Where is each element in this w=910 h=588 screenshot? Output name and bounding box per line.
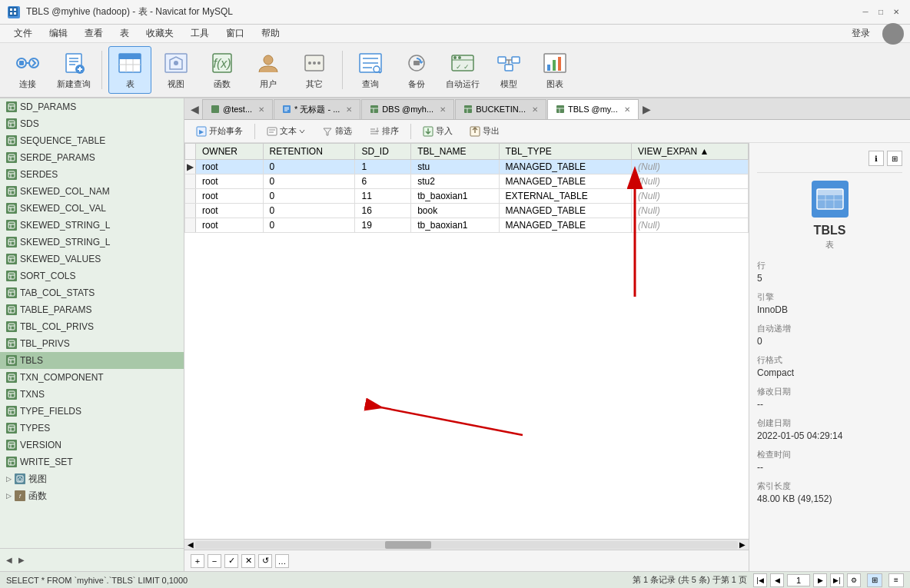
- more-button[interactable]: …: [275, 554, 289, 568]
- sidebar-item-txn-component[interactable]: TXN_COMPONENT: [0, 369, 184, 386]
- tab-nav-left[interactable]: ◀: [188, 103, 202, 115]
- login-button[interactable]: 登录: [844, 25, 878, 42]
- table-row[interactable]: root011tb_baoxian1EXTERNAL_TABLE(Null): [185, 189, 749, 204]
- sidebar-item-table-params[interactable]: TABLE_PARAMS: [0, 301, 184, 318]
- scroll-right-btn[interactable]: ▶: [738, 540, 747, 549]
- menu-edit[interactable]: 编辑: [42, 25, 75, 42]
- sidebar-item-version[interactable]: VERSION: [0, 437, 184, 453]
- tab-close[interactable]: ✕: [440, 105, 446, 114]
- sidebar-item-serdes[interactable]: SERDES: [0, 166, 184, 183]
- toolbar-other[interactable]: 其它: [293, 46, 336, 94]
- toolbar-function[interactable]: f(x) 函数: [201, 46, 244, 94]
- text-button[interactable]: 文本: [261, 123, 311, 139]
- sidebar-item-sds[interactable]: SDS: [0, 115, 184, 132]
- tab-close[interactable]: ✕: [624, 105, 630, 114]
- horizontal-scrollbar[interactable]: ◀ ▶: [184, 539, 749, 550]
- sidebar-section-views[interactable]: ▷ 视图: [0, 470, 184, 487]
- toolbar-user[interactable]: 用户: [247, 46, 290, 94]
- refresh-button[interactable]: ↺: [258, 554, 272, 568]
- sidebar-item-serde-params[interactable]: SERDE_PARAMS: [0, 149, 184, 166]
- sidebar-item-txns[interactable]: TXNS: [0, 386, 184, 403]
- sidebar-item-tbls[interactable]: TBLS: [0, 352, 184, 369]
- sidebar-item-types[interactable]: TYPES: [0, 420, 184, 437]
- col-header-retention[interactable]: RETENTION: [263, 144, 355, 160]
- user-avatar[interactable]: [882, 23, 904, 45]
- sidebar-nav-left[interactable]: ◀: [6, 556, 12, 564]
- tab-untitled[interactable]: * 无标题 - ... ✕: [274, 99, 360, 119]
- sidebar-item-type-fields[interactable]: TYPE_FIELDS: [0, 403, 184, 420]
- sidebar-item-tbl-privs[interactable]: TBL_PRIVS: [0, 335, 184, 352]
- toolbar-backup[interactable]: 备份: [395, 46, 438, 94]
- tab-close[interactable]: ✕: [532, 105, 538, 114]
- sidebar-item-skewed-col-val[interactable]: SKEWED_COL_VAL: [0, 200, 184, 217]
- close-button[interactable]: ✕: [890, 6, 902, 18]
- menu-favorites[interactable]: 收藏夹: [138, 25, 181, 42]
- confirm-button[interactable]: ✓: [224, 554, 238, 568]
- toolbar-autorun[interactable]: ✓ ✓ 自动运行: [441, 46, 484, 94]
- import-button[interactable]: 导入: [417, 123, 458, 139]
- tab-test[interactable]: @test... ✕: [202, 99, 273, 119]
- toolbar-query2[interactable]: 查询: [349, 46, 392, 94]
- page-number-input[interactable]: 1: [787, 574, 810, 586]
- menu-window[interactable]: 窗口: [218, 25, 252, 42]
- scroll-thumb[interactable]: [385, 541, 431, 549]
- sidebar-item-skewed-string-l1[interactable]: SKEWED_STRING_L: [0, 217, 184, 234]
- sidebar-item-skewed-col-nam[interactable]: SKEWED_COL_NAM: [0, 183, 184, 200]
- menu-help[interactable]: 帮助: [254, 25, 287, 42]
- begin-transaction-button[interactable]: ▶ 开始事务: [191, 123, 248, 139]
- cancel-button[interactable]: ✕: [241, 554, 255, 568]
- sidebar-item-sequence-table[interactable]: SEQUENCE_TABLE: [0, 132, 184, 149]
- sort-button[interactable]: 排序: [364, 123, 404, 139]
- table-row[interactable]: root06stu2MANAGED_TABLE(Null): [185, 174, 749, 189]
- add-row-button[interactable]: +: [191, 554, 204, 568]
- filter-button[interactable]: 筛选: [317, 123, 357, 139]
- col-header-owner[interactable]: OWNER: [196, 144, 264, 160]
- minimize-button[interactable]: ─: [859, 6, 872, 18]
- maximize-button[interactable]: □: [875, 6, 887, 18]
- menu-view[interactable]: 查看: [77, 25, 111, 42]
- menu-tools[interactable]: 工具: [183, 25, 217, 42]
- col-header-tbl-type[interactable]: TBL_TYPE: [499, 144, 631, 160]
- last-page-button[interactable]: ▶|: [830, 573, 844, 587]
- info-button[interactable]: ℹ: [868, 151, 884, 166]
- sidebar-section-functions[interactable]: ▷ f 函数: [0, 487, 184, 504]
- table-row[interactable]: root016bookMANAGED_TABLE(Null): [185, 204, 749, 218]
- menu-table[interactable]: 表: [112, 25, 137, 42]
- menu-file[interactable]: 文件: [6, 25, 40, 42]
- delete-row-button[interactable]: −: [208, 554, 221, 568]
- grid-view-button[interactable]: ⊞: [867, 573, 882, 587]
- sidebar-item-sd-params[interactable]: SD_PARAMS: [0, 98, 184, 115]
- table-row[interactable]: root019tb_baoxian1MANAGED_TABLE(Null): [185, 218, 749, 233]
- scroll-track[interactable]: [195, 541, 738, 549]
- sidebar-nav-right[interactable]: ▶: [18, 556, 25, 564]
- sidebar-item-sort-cols[interactable]: SORT_COLS: [0, 267, 184, 284]
- toolbar-model[interactable]: 模型: [487, 46, 530, 94]
- col-header-sd-id[interactable]: SD_ID: [355, 144, 411, 160]
- sidebar-item-skewed-values[interactable]: SKEWED_VALUES: [0, 251, 184, 267]
- toolbar-view[interactable]: 视图: [154, 46, 198, 94]
- sidebar-item-tab-col-stats[interactable]: TAB_COL_STATS: [0, 284, 184, 301]
- sidebar-scroll[interactable]: SD_PARAMS SDS SEQUENCE_TABLE SERDE_PARAM…: [0, 98, 184, 548]
- toolbar-table[interactable]: 表: [108, 46, 151, 94]
- prev-page-button[interactable]: ◀: [770, 573, 784, 587]
- toolbar-new-query[interactable]: 新建查询: [52, 46, 95, 94]
- tab-dbs[interactable]: DBS @myh... ✕: [361, 99, 454, 119]
- export-button[interactable]: 导出: [464, 123, 505, 139]
- expand-button[interactable]: ⊞: [887, 151, 902, 166]
- tab-close[interactable]: ✕: [258, 105, 264, 114]
- toolbar-chart[interactable]: 图表: [533, 46, 576, 94]
- table-row[interactable]: ▶root01stuMANAGED_TABLE(Null): [185, 160, 749, 174]
- scroll-left-btn[interactable]: ◀: [186, 540, 195, 549]
- table-container[interactable]: OWNER RETENTION SD_ID TBL_NAME TBL_TYPE …: [184, 143, 749, 539]
- tab-nav-right[interactable]: ▶: [639, 103, 654, 115]
- tab-tbls[interactable]: TBLS @my... ✕: [547, 99, 639, 119]
- col-header-tbl-name[interactable]: TBL_NAME: [411, 144, 499, 160]
- tab-bucketin[interactable]: BUCKETIN... ✕: [455, 99, 546, 119]
- tab-close[interactable]: ✕: [346, 105, 352, 114]
- toolbar-connect[interactable]: 连接: [6, 46, 49, 94]
- next-page-button[interactable]: ▶: [813, 573, 827, 587]
- window-controls[interactable]: ─ □ ✕: [859, 6, 902, 18]
- sidebar-item-skewed-string-l2[interactable]: SKEWED_STRING_L: [0, 234, 184, 251]
- form-view-button[interactable]: ≡: [888, 573, 904, 587]
- col-header-view-expan[interactable]: VIEW_EXPAN ▲: [632, 144, 749, 160]
